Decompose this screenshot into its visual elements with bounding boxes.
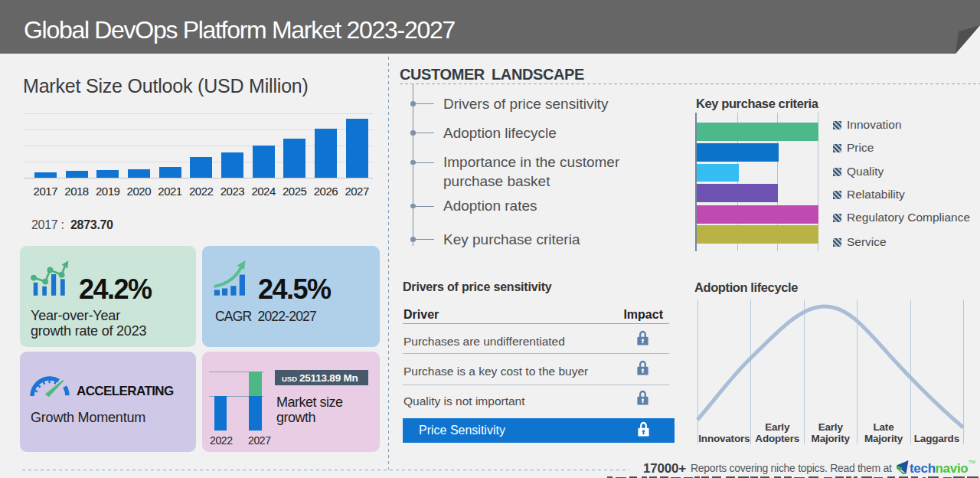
svg-text:tech: tech xyxy=(910,461,936,476)
svg-text:navio: navio xyxy=(936,461,969,476)
svg-text:TM: TM xyxy=(969,460,975,464)
